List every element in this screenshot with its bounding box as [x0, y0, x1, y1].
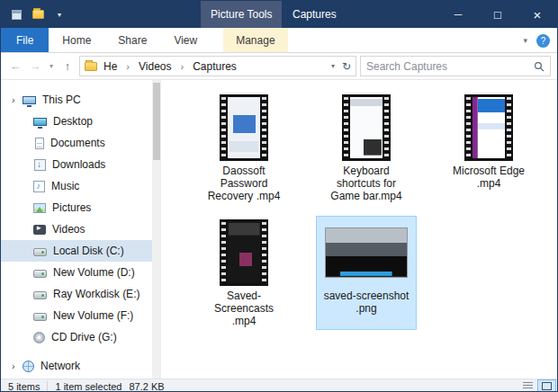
details-view-icon	[523, 382, 533, 390]
items-count-label: 5 items	[8, 381, 40, 392]
expand-ribbon-button[interactable]: ▾	[523, 36, 527, 45]
file-name-label: Daossoft Password Recovery .mp4	[201, 165, 287, 202]
video-thumbnail	[342, 94, 391, 162]
cd-drive-icon	[33, 332, 45, 343]
sidebar-item-label: CD Drive (G:)	[51, 331, 117, 343]
forward-button[interactable]: →	[27, 59, 43, 73]
sidebar-item-cd-drive-g[interactable]: CD Drive (G:)	[1, 326, 152, 348]
sidebar-item-network[interactable]: › Network	[1, 355, 152, 377]
large-icons-view-button[interactable]	[537, 379, 556, 392]
video-thumbnail	[220, 218, 268, 287]
sidebar-item-label: Downloads	[52, 158, 105, 171]
video-thumbnail	[220, 94, 268, 162]
sidebar-item-downloads[interactable]: Downloads	[1, 154, 152, 175]
file-list: Daossoft Password Recovery .mp4 Keyboard…	[161, 80, 557, 379]
video-thumbnail	[464, 94, 513, 162]
file-item-saved-screenshot[interactable]: saved-screenshot .png	[316, 216, 417, 330]
documents-icon	[35, 138, 44, 149]
status-divider	[47, 381, 48, 391]
sidebar-item-videos[interactable]: Videos	[1, 218, 152, 240]
sidebar-item-label: Documents	[50, 137, 105, 149]
file-item-microsoft-edge[interactable]: Microsoft Edge .mp4	[428, 91, 550, 205]
sidebar-item-music[interactable]: Music	[1, 175, 152, 197]
file-item-keyboard-shortcuts[interactable]: Keyboard shortcuts for Game bar.mp4	[305, 91, 428, 205]
folder-icon	[32, 10, 44, 19]
filmstrip-icon	[220, 219, 268, 286]
sidebar-item-label: Local Disk (C:)	[53, 245, 124, 257]
back-button[interactable]: ←	[7, 59, 23, 73]
file-item-daossoft-password-recovery[interactable]: Daossoft Password Recovery .mp4	[183, 91, 305, 205]
videos-icon	[33, 225, 46, 235]
sidebar-item-label: This PC	[42, 94, 81, 106]
drive-icon	[33, 248, 47, 256]
selection-size-label: 87.2 KB	[129, 381, 164, 392]
tab-file[interactable]: File	[1, 28, 49, 52]
minimize-button[interactable]: ─	[438, 1, 478, 28]
ribbon-tab-row: File Home Share View Manage ▾ ?	[1, 28, 557, 53]
breadcrumb-segment-he[interactable]: He	[102, 60, 119, 73]
maximize-button[interactable]: □	[478, 1, 518, 28]
music-icon	[33, 181, 45, 192]
sidebar-item-label: Pictures	[52, 201, 91, 214]
network-icon	[22, 361, 34, 372]
sidebar-item-label: New Volume (D:)	[53, 266, 135, 279]
file-name-label: Keyboard shortcuts for Game bar.mp4	[323, 165, 410, 202]
image-thumbnail	[325, 218, 408, 287]
tab-home[interactable]: Home	[49, 28, 104, 52]
tab-share[interactable]: Share	[104, 28, 160, 52]
sidebar-item-ray-workdisk-e[interactable]: Ray Workdisk (E:)	[1, 283, 152, 305]
selection-count-label: 1 item selected	[55, 381, 122, 392]
refresh-icon[interactable]: ↻	[342, 60, 351, 73]
up-button[interactable]: ↑	[59, 59, 76, 73]
downloads-icon	[34, 159, 46, 171]
sidebar-item-label: New Volume (F:)	[53, 309, 133, 322]
customize-qat-button[interactable]: ▾	[52, 7, 67, 22]
picture-tools-contextual-header[interactable]: Picture Tools	[201, 1, 282, 28]
scrollbar-thumb[interactable]	[153, 83, 160, 160]
new-folder-button[interactable]	[31, 7, 45, 22]
file-explorer-window: ▾ Picture Tools Captures ─ □ × File Home…	[0, 0, 558, 392]
sidebar-scrollbar[interactable]	[152, 80, 161, 379]
sidebar-item-new-volume-f[interactable]: New Volume (F:)	[1, 305, 152, 326]
tab-view[interactable]: View	[160, 28, 211, 52]
sidebar-item-documents[interactable]: Documents	[1, 132, 152, 154]
details-view-button[interactable]	[518, 379, 537, 392]
expand-chevron-icon[interactable]: ›	[12, 361, 22, 371]
sidebar-item-desktop[interactable]: Desktop	[1, 111, 152, 132]
expand-chevron-icon[interactable]: ›	[12, 94, 22, 105]
pictures-icon	[33, 203, 46, 213]
main-area: › This PC Desktop Documents Downloads Mu…	[1, 80, 557, 379]
search-icon	[534, 61, 544, 72]
sidebar-item-this-pc[interactable]: › This PC	[1, 89, 152, 111]
sidebar-item-new-volume-d[interactable]: New Volume (D:)	[1, 262, 152, 283]
quick-access-toolbar: ▾	[1, 7, 67, 22]
close-button[interactable]: ×	[518, 1, 557, 28]
address-bar-controls: ▾ ↻	[331, 60, 351, 73]
address-dropdown-icon[interactable]: ▾	[331, 62, 335, 70]
drive-icon	[33, 291, 47, 299]
help-button[interactable]: ?	[536, 34, 550, 48]
ribbon-utility-buttons: ▾ ?	[523, 28, 550, 53]
sidebar-item-label: Desktop	[53, 115, 93, 128]
search-input[interactable]	[366, 60, 534, 73]
file-name-label: Saved-Screencasts .mp4	[201, 290, 287, 327]
file-item-saved-screencasts[interactable]: Saved-Screencasts .mp4	[183, 216, 305, 330]
breadcrumb-segment-captures[interactable]: Captures	[191, 60, 238, 73]
status-bar: 5 items 1 item selected 87.2 KB	[1, 379, 557, 392]
desktop-icon	[33, 118, 47, 126]
sidebar-item-label: Music	[51, 180, 79, 192]
sidebar-item-pictures[interactable]: Pictures	[1, 197, 152, 218]
breadcrumb-separator-icon[interactable]: ›	[178, 61, 187, 72]
sidebar-item-label: Ray Workdisk (E:)	[53, 288, 140, 300]
chevron-down-icon: ▾	[58, 11, 61, 19]
file-name-label: saved-screenshot .png	[323, 290, 410, 315]
recent-locations-dropdown[interactable]: ▾	[47, 62, 56, 70]
tab-manage[interactable]: Manage	[223, 28, 287, 52]
this-pc-icon	[22, 96, 36, 104]
sidebar-item-local-disk-c[interactable]: Local Disk (C:)	[1, 240, 152, 262]
address-bar[interactable]: He › Videos › Captures ▾ ↻	[79, 56, 356, 76]
breadcrumb-segment-videos[interactable]: Videos	[137, 60, 173, 73]
properties-button[interactable]	[9, 7, 23, 22]
drive-icon	[33, 270, 47, 278]
breadcrumb-separator-icon[interactable]: ›	[123, 61, 132, 72]
